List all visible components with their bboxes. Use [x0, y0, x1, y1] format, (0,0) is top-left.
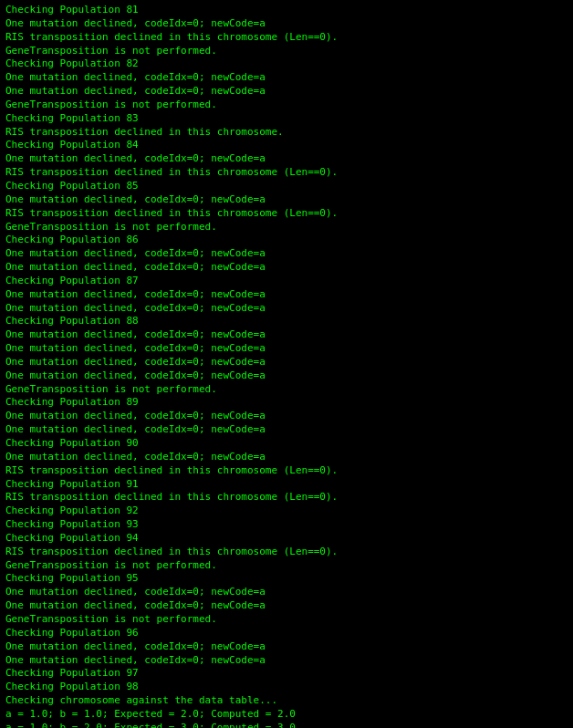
console-output: Checking Population 81 One mutation decl… — [5, 4, 568, 728]
